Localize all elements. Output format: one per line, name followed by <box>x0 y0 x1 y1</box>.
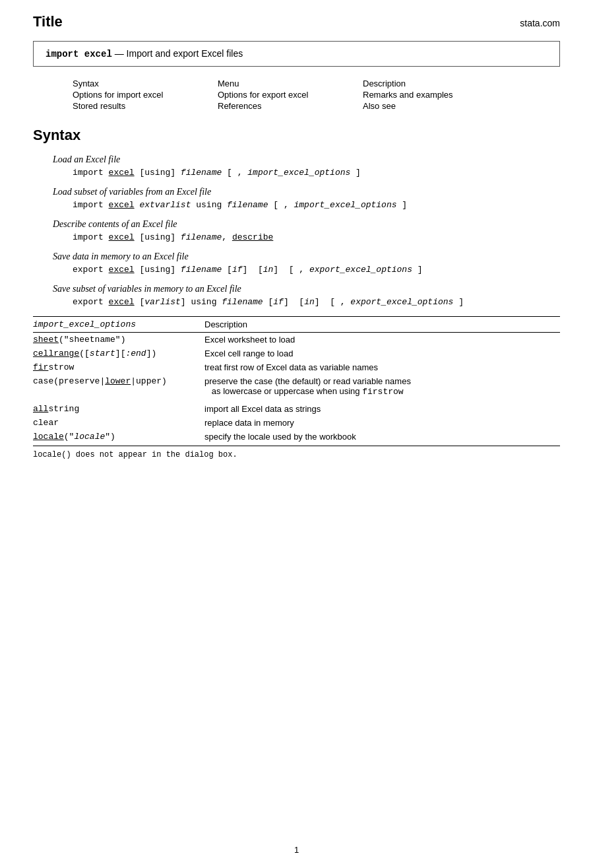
syntax-line-3: import excel [using] filename, describe <box>73 232 560 242</box>
table-row: case(preserve|lower|upper) preserve the … <box>33 374 560 402</box>
table-row: locale("locale") specify the locale used… <box>33 430 560 446</box>
option-allstring: allstring <box>33 402 204 416</box>
option-cellrange: cellrange([start][:end]) <box>33 347 204 360</box>
syntax-block-5: Save subset of variables in memory to an… <box>33 284 560 307</box>
toc-stored-results[interactable]: Stored results <box>73 101 218 111</box>
syntax-line-4: export excel [using] filename [if] [in] … <box>73 265 560 275</box>
table-row: allstring import all Excel data as strin… <box>33 402 560 416</box>
syntax-desc-1: Load an Excel file <box>53 154 560 165</box>
desc-locale: specify the locale used by the workbook <box>204 430 560 446</box>
toc-options-import[interactable]: Options for import excel <box>73 90 218 100</box>
desc-allstring: import all Excel data as strings <box>204 402 560 416</box>
stata-url: stata.com <box>520 18 560 28</box>
option-case: case(preserve|lower|upper) <box>33 374 204 402</box>
table-col2-header: Description <box>204 317 560 333</box>
page-title: Title <box>33 13 63 30</box>
desc-case: preserve the case (the default) or read … <box>204 374 560 402</box>
option-firstrow: firstrow <box>33 360 204 374</box>
table-row: sheet("sheetname") Excel worksheet to lo… <box>33 333 560 347</box>
syntax-block-3: Describe contents of an Excel file impor… <box>33 219 560 242</box>
option-clear: clear <box>33 416 204 430</box>
toc-remarks[interactable]: Remarks and examples <box>363 90 508 100</box>
option-sheet: sheet("sheetname") <box>33 333 204 347</box>
table-note: locale() does not appear in the dialog b… <box>33 450 560 459</box>
table-header-row: import_excel_options Description <box>33 317 560 333</box>
banner-text: import excel — Import and export Excel f… <box>46 48 243 59</box>
banner-box: import excel — Import and export Excel f… <box>33 41 560 67</box>
syntax-block-2: Load subset of variables from an Excel f… <box>33 187 560 210</box>
syntax-line-5: export excel [varlist] using filename [i… <box>73 297 560 307</box>
toc-description[interactable]: Description <box>363 79 508 88</box>
syntax-desc-4: Save data in memory to an Excel file <box>53 251 560 262</box>
page: Title stata.com import excel — Import an… <box>0 0 593 868</box>
table-row: cellrange([start][:end]) Excel cell rang… <box>33 347 560 360</box>
option-locale: locale("locale") <box>33 430 204 446</box>
desc-clear: replace data in memory <box>204 416 560 430</box>
toc-options-export[interactable]: Options for export excel <box>218 90 363 100</box>
syntax-desc-5: Save subset of variables in memory to an… <box>53 284 560 294</box>
desc-cellrange: Excel cell range to load <box>204 347 560 360</box>
toc: Syntax Menu Description Options for impo… <box>33 79 560 111</box>
header: Title stata.com <box>33 13 560 30</box>
banner-separator: — Import and export Excel files <box>115 48 243 59</box>
options-table: import_excel_options Description sheet("… <box>33 316 560 446</box>
table-col1-header: import_excel_options <box>33 317 204 333</box>
banner-command: import excel <box>46 49 112 59</box>
syntax-desc-3: Describe contents of an Excel file <box>53 219 560 230</box>
desc-sheet: Excel worksheet to load <box>204 333 560 347</box>
syntax-line-2: import excel extvarlist using filename [… <box>73 200 560 210</box>
syntax-heading: Syntax <box>33 127 560 144</box>
table-row: firstrow treat first row of Excel data a… <box>33 360 560 374</box>
syntax-block-1: Load an Excel file import excel [using] … <box>33 154 560 178</box>
toc-references[interactable]: References <box>218 101 363 111</box>
toc-also-see[interactable]: Also see <box>363 101 508 111</box>
table-row: clear replace data in memory <box>33 416 560 430</box>
page-number: 1 <box>0 845 593 855</box>
syntax-block-4: Save data in memory to an Excel file exp… <box>33 251 560 275</box>
syntax-desc-2: Load subset of variables from an Excel f… <box>53 187 560 197</box>
desc-firstrow: treat first row of Excel data as variabl… <box>204 360 560 374</box>
toc-menu[interactable]: Menu <box>218 79 363 88</box>
toc-syntax[interactable]: Syntax <box>73 79 218 88</box>
syntax-line-1: import excel [using] filename [ , import… <box>73 168 560 178</box>
